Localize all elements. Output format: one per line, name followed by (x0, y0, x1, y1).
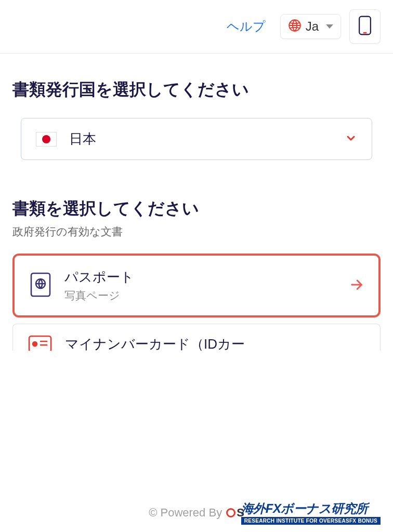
svg-rect-3 (31, 273, 50, 296)
watermark: 海外FXボーナス研究所 RESEARCH INSTITUTE FOR OVERS… (241, 500, 381, 525)
svg-point-7 (33, 342, 37, 346)
flag-japan-icon (36, 132, 57, 147)
document-subtitle: 写真ページ (64, 288, 134, 303)
document-text: マイナンバーカード（IDカー (65, 335, 245, 351)
id-card-icon (28, 335, 53, 351)
arrow-right-icon (349, 277, 364, 294)
phone-device-button[interactable] (349, 9, 381, 44)
country-name: 日本 (69, 130, 96, 148)
country-selector[interactable]: 日本 (21, 118, 372, 160)
watermark-title: 海外FXボーナス研究所 (241, 500, 368, 517)
document-text: パスポート 写真ページ (64, 268, 134, 303)
language-label: Ja (306, 19, 319, 34)
document-option-left: マイナンバーカード（IDカー (28, 335, 245, 351)
document-option-left: パスポート 写真ページ (29, 268, 134, 303)
document-title: マイナンバーカード（IDカー (65, 335, 245, 351)
chevron-down-icon (326, 24, 333, 29)
document-list: パスポート 写真ページ (12, 254, 381, 351)
powered-by-text: © Powered By (149, 506, 222, 520)
document-option-passport[interactable]: パスポート 写真ページ (12, 254, 381, 317)
document-section-title: 書類を選択してください (12, 197, 381, 220)
header: ヘルプ Ja (0, 0, 393, 54)
passport-icon (29, 271, 52, 300)
globe-icon (288, 19, 302, 34)
country-section-title: 書類発行国を選択してください (12, 78, 381, 101)
main-content: 書類発行国を選択してください 日本 書類を選択してください 政府発行の有効な文書 (0, 54, 393, 351)
country-selector-left: 日本 (36, 130, 96, 148)
help-link[interactable]: ヘルプ (227, 18, 266, 35)
chevron-down-icon (345, 132, 357, 147)
watermark-subtitle: RESEARCH INSTITUTE FOR OVERSEASFX BONUS (241, 517, 381, 525)
language-selector[interactable]: Ja (280, 14, 341, 39)
document-title: パスポート (64, 268, 134, 286)
svg-rect-1 (359, 17, 371, 35)
document-section-subtitle: 政府発行の有効な文書 (12, 224, 381, 239)
document-option-mynumber[interactable]: マイナンバーカード（IDカー (12, 324, 381, 351)
phone-icon (358, 29, 372, 37)
